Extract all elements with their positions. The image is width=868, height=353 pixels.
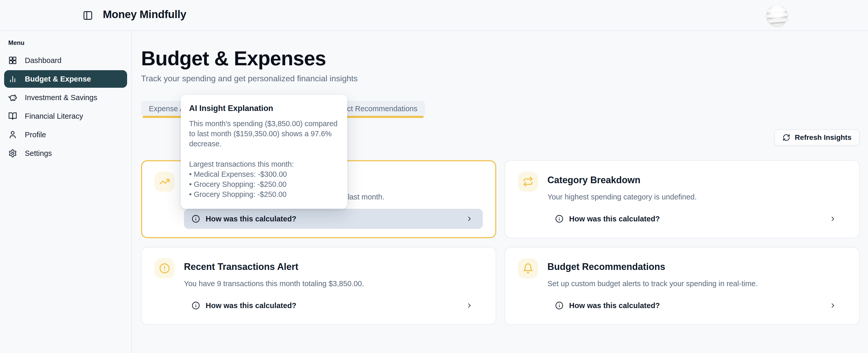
sidebar-item-financial-literacy[interactable]: Financial Literacy (4, 107, 127, 125)
bell-icon (518, 258, 538, 278)
chevron-right-icon (829, 215, 836, 222)
sidebar-toggle-button[interactable] (83, 10, 93, 21)
repeat-icon (518, 172, 538, 192)
user-avatar[interactable] (767, 5, 787, 26)
alert-circle-icon (154, 258, 175, 278)
info-icon (192, 215, 200, 223)
how-calculated-link[interactable]: How was this calculated? (184, 295, 483, 316)
card-body-text: Set up custom budget alerts to track you… (548, 279, 846, 289)
refresh-icon (782, 134, 790, 141)
card-title: Budget Recommendations (548, 261, 846, 273)
page-subtitle: Track your spending and get personalized… (141, 74, 860, 83)
info-icon (555, 215, 563, 223)
sidebar-item-budget-expense[interactable]: Budget & Expense (4, 70, 127, 88)
sidebar-section-label: Menu (8, 39, 127, 46)
sidebar-item-profile[interactable]: Profile (4, 126, 127, 143)
sidebar-item-label: Budget & Expense (25, 75, 91, 83)
card-title: Category Breakdown (548, 175, 846, 186)
sidebar-item-dashboard[interactable]: Dashboard (4, 51, 127, 69)
how-calculated-link[interactable]: How was this calculated? (184, 209, 483, 229)
sidebar-item-label: Settings (25, 149, 52, 158)
card-category-breakdown: Category Breakdown Your highest spending… (504, 160, 860, 238)
sidebar-item-label: Profile (25, 131, 46, 139)
chevron-right-icon (829, 302, 836, 309)
refresh-insights-button[interactable]: Refresh Insights (774, 129, 860, 146)
how-calculated-link[interactable]: How was this calculated? (548, 209, 846, 229)
popup-transaction-item: • Grocery Shopping: -$250.00 (189, 189, 340, 200)
card-recent-transactions-alert: Recent Transactions Alert You have 9 tra… (141, 247, 496, 325)
sidebar-item-label: Financial Literacy (25, 112, 83, 120)
info-icon (192, 302, 200, 310)
how-calculated-link[interactable]: How was this calculated? (548, 295, 846, 316)
page-title: Budget & Expenses (141, 47, 860, 69)
how-calculated-label: How was this calculated? (569, 302, 660, 310)
sidebar-item-label: Investment & Savings (25, 94, 97, 102)
popup-transaction-item: • Medical Expenses: -$300.00 (189, 169, 340, 179)
card-body-text: Your highest spending category is undefi… (548, 193, 846, 202)
trending-up-icon (154, 172, 175, 192)
refresh-insights-label: Refresh Insights (795, 133, 851, 142)
card-title: Recent Transactions Alert (184, 261, 483, 273)
popup-summary-text: This month's spending ($3,850.00) compar… (189, 119, 340, 149)
sidebar-item-settings[interactable]: Settings (4, 144, 127, 162)
user-icon (8, 130, 17, 139)
chevron-right-icon (466, 215, 473, 222)
app-title: Money Mindfully (103, 8, 186, 21)
card-body-text: You have 9 transactions this month total… (184, 279, 483, 289)
how-calculated-label: How was this calculated? (206, 302, 296, 310)
popup-transaction-item: • Grocery Shopping: -$250.00 (189, 179, 340, 189)
sidebar-item-investment-savings[interactable]: Investment & Savings (4, 89, 127, 106)
how-calculated-label: How was this calculated? (206, 215, 296, 223)
grid-icon (8, 56, 17, 65)
ai-insight-explanation-popup: AI Insight Explanation This month's spen… (181, 95, 347, 209)
chevron-right-icon (466, 302, 473, 309)
gear-icon (8, 149, 17, 158)
popup-title: AI Insight Explanation (189, 104, 339, 113)
panel-left-icon (83, 10, 93, 21)
piggy-bank-icon (8, 93, 17, 102)
book-open-icon (8, 112, 17, 120)
top-header: Money Mindfully (0, 0, 868, 31)
popup-transactions-list: Largest transactions this month: • Medic… (189, 159, 340, 200)
sidebar: Menu Dashboard Budget & Expense Investme… (0, 31, 132, 353)
info-icon (555, 302, 563, 310)
bar-chart-icon (8, 75, 17, 83)
popup-transactions-heading: Largest transactions this month: (189, 159, 340, 169)
sidebar-item-label: Dashboard (25, 56, 61, 65)
card-budget-recommendations: Budget Recommendations Set up custom bud… (504, 247, 860, 325)
how-calculated-label: How was this calculated? (569, 215, 660, 223)
